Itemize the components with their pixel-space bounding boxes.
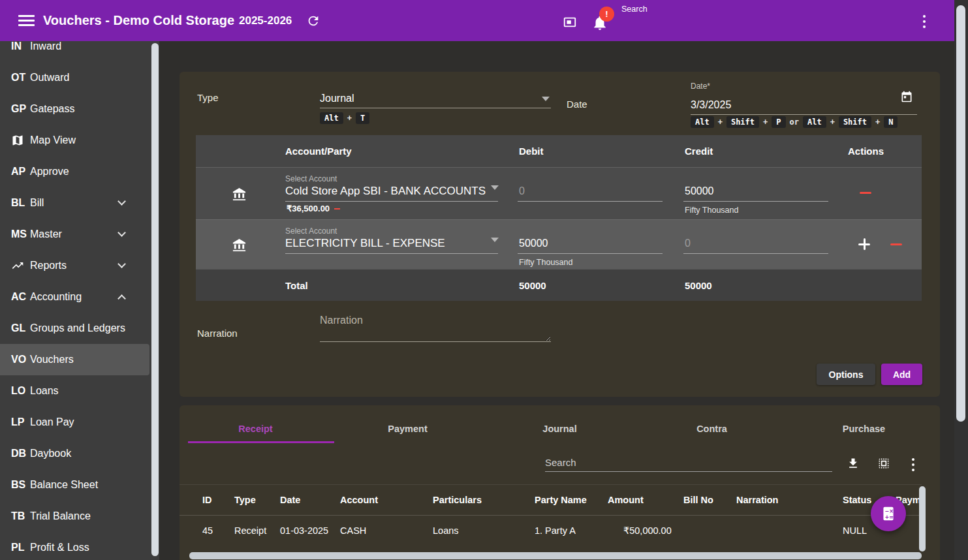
chevron-down-icon (117, 197, 126, 206)
credit-amount-words: Fifty Thousand (685, 206, 738, 215)
account-header: Account (340, 495, 378, 505)
date-shortcut-hint: Alt + Shift + P or Alt + Shift + N (691, 116, 898, 128)
tab-receipt[interactable]: Receipt (180, 414, 332, 443)
options-button[interactable]: Options (817, 364, 875, 385)
cell-account: CASH (340, 525, 366, 536)
sidebar-item-gatepass[interactable]: GP Gatepass (0, 93, 149, 125)
credit-header: Credit (685, 146, 713, 157)
add-button[interactable]: Add (881, 364, 922, 385)
id-header: ID (202, 495, 212, 505)
debit-header: Debit (519, 146, 544, 157)
trending-up-icon (11, 259, 30, 272)
type-shortcut-hint: Alt + T (320, 112, 369, 124)
sidebar-item-map-view[interactable]: Map View (0, 125, 149, 156)
voucher-list-card: Receipt Payment Journal Contra Purchase … (180, 405, 940, 560)
cell-status: NULL (843, 525, 867, 536)
debit-underline (518, 201, 663, 202)
narration-header: Narration (736, 495, 778, 505)
narration-textarea[interactable] (320, 315, 551, 342)
actions-header: Actions (848, 146, 884, 157)
dropdown-caret-icon (491, 238, 499, 242)
type-header: Type (234, 495, 256, 505)
remove-row-icon[interactable] (860, 192, 871, 194)
select-all-icon[interactable] (877, 457, 890, 470)
fiscal-year-selector[interactable]: 2025-2026 (239, 0, 292, 41)
sidebar-item-loans[interactable]: LO Loans (0, 375, 149, 407)
entries-table-header: Account/Party Debit Credit Actions (196, 135, 922, 167)
dropdown-caret-icon (491, 185, 499, 190)
page-scrollbar-thumb[interactable] (956, 5, 965, 422)
voucher-type-select[interactable]: Journal (320, 93, 354, 104)
bank-icon (232, 187, 247, 202)
sidebar-item-outward[interactable]: OT Outward (0, 62, 149, 93)
sidebar-item-master[interactable]: MS Master (0, 219, 149, 250)
table-more-options-icon[interactable] (912, 458, 914, 474)
type-select-underline (320, 108, 551, 108)
chevron-down-icon (117, 228, 126, 237)
debit-input[interactable]: 0 (519, 185, 525, 197)
sidebar-item-loan-pay[interactable]: LP Loan Pay (0, 407, 149, 438)
credit-underline (683, 201, 828, 202)
tab-contra[interactable]: Contra (636, 414, 788, 443)
pip-window-icon[interactable] (563, 15, 577, 29)
cell-id: 45 (202, 525, 213, 536)
amount-header: Amount (608, 495, 644, 505)
notification-badge: ! (599, 7, 614, 22)
add-row-icon[interactable] (858, 238, 870, 250)
tab-payment[interactable]: Payment (332, 414, 484, 443)
download-icon[interactable] (847, 457, 860, 470)
narration-label: Narration (197, 328, 238, 339)
credit-underline (683, 253, 828, 254)
date-input-underline (691, 114, 917, 115)
particulars-header: Particulars (433, 495, 482, 505)
svg-text:+=: += (885, 514, 894, 520)
menu-icon[interactable] (18, 15, 35, 26)
sidebar-item-reports[interactable]: Reports (0, 250, 149, 281)
sidebar-scrollbar[interactable] (151, 43, 159, 556)
sidebar: IN Inward OT Outward GP Gatepass Map Vie… (0, 0, 159, 560)
debit-amount-words: Fifty Thousand (519, 258, 572, 267)
tab-journal[interactable]: Journal (484, 414, 636, 443)
credit-input[interactable]: 0 (685, 238, 691, 249)
dropdown-caret-icon (542, 97, 550, 101)
table-vertical-scrollbar[interactable] (919, 486, 926, 552)
account-select[interactable]: ELECTRICITY BILL - EXPENSE (285, 237, 491, 250)
date-header: Date (280, 495, 300, 505)
credit-input[interactable]: 50000 (685, 185, 714, 197)
search-label[interactable]: Search (621, 5, 648, 14)
entry-row: Select Account Cold Store App SBI - BANK… (196, 167, 922, 219)
cell-party-name: 1. Party A (535, 525, 576, 536)
tab-purchase[interactable]: Purchase (788, 414, 940, 443)
more-options-icon[interactable] (923, 15, 926, 31)
sidebar-item-daybook[interactable]: DB Daybook (0, 438, 149, 469)
voucher-table-row[interactable]: 45 Receipt 01-03-2025 CASH Loans 1. Part… (180, 516, 922, 552)
sidebar-item-profit-and-loss[interactable]: PL Profit & Loss (0, 532, 149, 560)
app-window: Vouchers - Demo Cold Storage 2025-2026 !… (0, 0, 968, 560)
refresh-icon[interactable] (306, 14, 320, 28)
calculator-fab-button[interactable]: −× += (871, 496, 906, 531)
total-credit: 50000 (685, 280, 712, 291)
map-icon (11, 134, 30, 147)
sidebar-item-bill[interactable]: BL Bill (0, 187, 149, 219)
account-select[interactable]: Cold Store App SBI - BANK ACCOUNTS (285, 185, 491, 198)
sidebar-item-groups-and-ledgers[interactable]: GL Groups and Ledgers (0, 313, 149, 344)
cell-date: 01-03-2025 (280, 525, 328, 536)
remove-row-icon[interactable] (890, 243, 902, 245)
voucher-search-input[interactable] (545, 454, 832, 472)
total-debit: 50000 (519, 280, 546, 291)
total-label: Total (285, 280, 308, 291)
sidebar-item-balance-sheet[interactable]: BS Balance Sheet (0, 469, 149, 501)
page-title: Vouchers - Demo Cold Storage (43, 0, 234, 41)
bank-icon (232, 238, 247, 253)
date-input[interactable]: 3/3/2025 (691, 99, 731, 111)
debit-input[interactable]: 50000 (519, 238, 548, 249)
calendar-icon[interactable] (900, 90, 913, 103)
sidebar-item-approve[interactable]: AP Approve (0, 156, 149, 187)
party-name-header: Party Name (535, 495, 587, 505)
negative-indicator-icon (334, 208, 340, 210)
sidebar-item-trial-balance[interactable]: TB Trial Balance (0, 501, 149, 532)
account-underline (285, 253, 498, 254)
sidebar-item-vouchers[interactable]: VO Vouchers (0, 344, 149, 375)
sidebar-item-accounting[interactable]: AC Accounting (0, 281, 149, 313)
table-horizontal-scrollbar[interactable] (189, 552, 922, 559)
